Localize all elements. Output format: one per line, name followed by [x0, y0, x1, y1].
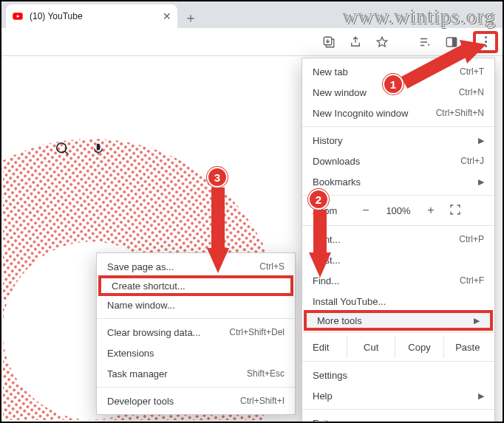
menu-edit-row: Edit Cut Copy Paste	[302, 336, 494, 358]
separator	[302, 361, 494, 362]
fullscreen-icon[interactable]	[447, 204, 463, 218]
share-icon[interactable]	[343, 31, 368, 53]
tab-title: (10) YouTube	[30, 11, 157, 21]
svg-rect-6	[97, 143, 101, 150]
submenu-task-manager[interactable]: Task managerShift+Esc	[97, 363, 295, 384]
tab-youtube[interactable]: (10) YouTube ✕	[6, 4, 177, 28]
menu-incognito[interactable]: New Incognito windowCtrl+Shift+N	[302, 103, 494, 123]
zoom-in-button[interactable]: +	[420, 204, 441, 217]
submenu-save-page[interactable]: Save page as...Ctrl+S	[97, 256, 295, 277]
submenu-extensions[interactable]: Extensions	[97, 343, 295, 363]
bookmark-star-icon[interactable]	[370, 31, 395, 53]
separator	[302, 332, 494, 333]
zoom-out-button[interactable]: −	[355, 204, 376, 217]
separator	[97, 387, 295, 388]
menu-zoom: Zoom − 100% +	[302, 199, 494, 222]
menu-downloads[interactable]: DownloadsCtrl+J	[302, 151, 494, 171]
more-tools-submenu: Save page as...Ctrl+S Create shortcut...…	[96, 252, 296, 415]
callout-3: 3	[207, 167, 228, 188]
search-icon[interactable]	[55, 141, 71, 159]
new-tab-button[interactable]: ＋	[180, 7, 201, 28]
close-tab-icon[interactable]: ✕	[163, 11, 171, 21]
separator	[302, 225, 494, 226]
browser-toolbar	[1, 28, 503, 56]
edit-copy[interactable]: Copy	[395, 336, 443, 358]
svg-point-5	[57, 142, 67, 152]
menu-history[interactable]: History▶	[302, 130, 494, 151]
media-control-icon[interactable]	[412, 31, 437, 53]
submenu-developer-tools[interactable]: Developer toolsCtrl+Shift+I	[97, 391, 295, 411]
separator	[302, 126, 494, 127]
kebab-icon	[485, 36, 487, 47]
menu-help[interactable]: Help▶	[302, 385, 494, 406]
menu-install-youtube[interactable]: Install YouTube...	[302, 291, 494, 312]
callout-1: 1	[383, 74, 403, 94]
youtube-favicon	[12, 10, 24, 22]
install-app-icon[interactable]	[316, 31, 341, 53]
edit-paste[interactable]: Paste	[443, 336, 491, 358]
menu-button[interactable]	[473, 31, 498, 53]
submenu-name-window[interactable]: Name window...	[97, 295, 295, 315]
separator	[97, 318, 295, 319]
menu-find[interactable]: Find...Ctrl+F	[302, 270, 494, 291]
edit-label: Edit	[313, 342, 347, 353]
chrome-menu: New tabCtrl+T New windowCtrl+N New Incog…	[302, 58, 495, 423]
menu-more-tools[interactable]: More tools▶	[304, 310, 493, 331]
separator	[302, 195, 494, 196]
zoom-value: 100%	[382, 205, 415, 216]
menu-print[interactable]: Print...Ctrl+P	[302, 229, 494, 250]
svg-rect-4	[453, 38, 457, 47]
edit-cut[interactable]: Cut	[347, 336, 395, 358]
menu-exit[interactable]: Exit	[302, 413, 494, 423]
menu-settings[interactable]: Settings	[302, 365, 494, 385]
voice-search-icon[interactable]	[92, 141, 105, 159]
submenu-create-shortcut[interactable]: Create shortcut...	[98, 275, 293, 296]
callout-2: 2	[308, 189, 329, 210]
separator	[302, 409, 494, 410]
menu-cast[interactable]: Cast...	[302, 250, 494, 270]
submenu-clear-data[interactable]: Clear browsing data...Ctrl+Shift+Del	[97, 322, 295, 343]
side-panel-icon[interactable]	[439, 31, 464, 53]
tab-strip: (10) YouTube ✕ ＋	[1, 1, 503, 28]
menu-bookmarks[interactable]: Bookmarks▶	[302, 171, 494, 192]
